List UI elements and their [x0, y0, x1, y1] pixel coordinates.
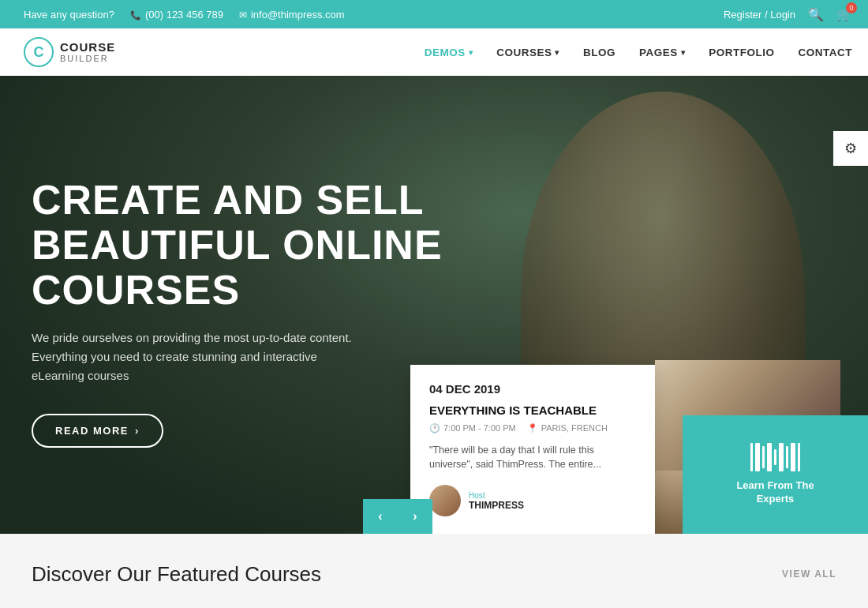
event-description: "There will be a day that I will rule th…	[429, 443, 636, 473]
hero-headline-line2: BEAUTIFUL ONLINE COURSES	[32, 222, 443, 313]
nav-contact[interactable]: CONTACT	[799, 47, 853, 58]
logo[interactable]: C COURSE BUILDER	[24, 37, 115, 67]
logo-text: COURSE BUILDER	[60, 41, 115, 64]
nav-blog[interactable]: BLOG	[583, 47, 615, 58]
event-time: 🕐 7:00 PM - 7:00 PM	[429, 423, 516, 433]
logo-builder: BUILDER	[60, 54, 115, 63]
main-nav: DEMOS ▾ COURSES ▾ BLOG PAGES ▾ PORTFOLIO…	[425, 47, 852, 58]
search-icon[interactable]: 🔍	[808, 7, 824, 22]
slider-controls: ‹ ›	[363, 499, 432, 534]
event-host: Host THIMPRESS	[429, 485, 636, 516]
barcode-icon	[750, 443, 800, 471]
phone-number: (00) 123 456 789	[145, 9, 223, 21]
hero-description: We pride ourselves on providing the most…	[32, 328, 363, 385]
event-card: 04 DEC 2019 EVERYTHING IS TEACHABLE 🕐 7:…	[410, 365, 655, 535]
host-info: Host THIMPRESS	[469, 491, 524, 511]
phone-info: (00) 123 456 789	[130, 9, 223, 21]
host-avatar	[429, 485, 461, 516]
hero-section: ⚙ CREATE AND SELL BEAUTIFUL ONLINE COURS…	[0, 76, 868, 534]
location-icon: 📍	[527, 423, 538, 433]
top-bar-left: Have any question? (00) 123 456 789 info…	[24, 9, 345, 21]
hero-headline-line1: CREATE AND SELL	[32, 177, 424, 223]
hero-headline: CREATE AND SELL BEAUTIFUL ONLINE COURSES	[32, 178, 568, 313]
gear-button[interactable]: ⚙	[833, 131, 868, 166]
logo-circle: C	[24, 37, 54, 67]
question-text: Have any question?	[24, 9, 114, 21]
header: C COURSE BUILDER DEMOS ▾ COURSES ▾ BLOG …	[0, 28, 868, 76]
cart-badge: 0	[846, 2, 857, 13]
nav-demos[interactable]: DEMOS ▾	[425, 47, 473, 58]
register-login-link[interactable]: Register / Login	[724, 9, 795, 21]
phone-icon	[130, 9, 141, 21]
nav-courses[interactable]: COURSES ▾	[496, 47, 559, 58]
courses-caret: ▾	[555, 48, 559, 57]
nav-portfolio[interactable]: PORTFOLIO	[709, 47, 774, 58]
event-title: EVERYTHING IS TEACHABLE	[429, 403, 636, 417]
arrow-right-icon: ›	[135, 425, 140, 437]
host-label: Host	[469, 491, 524, 500]
clock-icon: 🕐	[429, 423, 440, 433]
top-bar: Have any question? (00) 123 456 789 info…	[0, 0, 868, 28]
logo-letter: C	[34, 44, 44, 61]
demos-caret: ▾	[469, 48, 473, 57]
view-all-link[interactable]: VIEW ALL	[782, 569, 836, 580]
prev-icon: ‹	[378, 509, 382, 524]
email-info: info@thimpress.com	[239, 9, 345, 21]
read-more-button[interactable]: READ MORE ›	[32, 414, 163, 448]
logo-course: COURSE	[60, 41, 115, 54]
event-location: 📍 PARIS, FRENCH	[527, 423, 608, 433]
next-icon: ›	[413, 509, 417, 524]
email-icon	[239, 9, 247, 21]
bottom-section: Discover Our Featured Courses VIEW ALL	[0, 534, 868, 608]
pages-caret: ▾	[681, 48, 686, 57]
slider-next-button[interactable]: ›	[398, 499, 432, 534]
event-date: 04 DEC 2019	[429, 382, 636, 396]
nav-pages[interactable]: PAGES ▾	[639, 47, 685, 58]
host-name: THIMPRESS	[469, 500, 524, 511]
email-address: info@thimpress.com	[251, 9, 345, 21]
event-meta: 🕐 7:00 PM - 7:00 PM 📍 PARIS, FRENCH	[429, 423, 636, 433]
top-bar-right: Register / Login 🔍 🛒 0	[724, 7, 852, 22]
teal-panel: Learn From The Experts	[683, 415, 868, 534]
cart-icon[interactable]: 🛒 0	[836, 7, 852, 22]
featured-courses-title: Discover Our Featured Courses	[32, 562, 321, 587]
teal-panel-text: Learn From The Experts	[736, 479, 814, 506]
slider-prev-button[interactable]: ‹	[363, 499, 398, 534]
